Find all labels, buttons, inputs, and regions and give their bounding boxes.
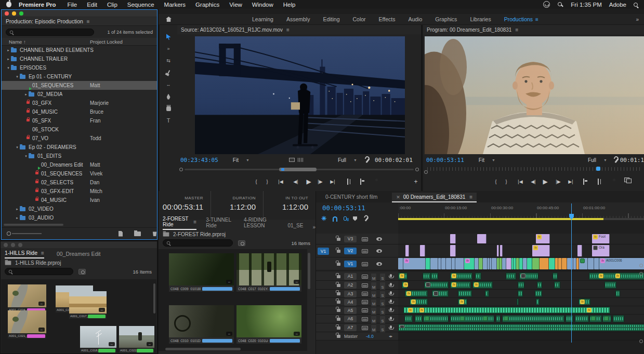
sync-lock-icon[interactable] bbox=[362, 326, 368, 330]
toggle-track-output-eye-icon[interactable] bbox=[376, 249, 382, 253]
tree-item-01-sequences[interactable]: 01_SEQUENCESMatt bbox=[2, 81, 157, 90]
tree-item-channel-trailer[interactable]: ▸CHANNEL TRAILER bbox=[2, 55, 157, 63]
track-lock-icon[interactable] bbox=[337, 309, 340, 312]
clip-thumbnail[interactable]: ↔A001_C018_01619T_001.mp4 bbox=[80, 326, 116, 353]
video-clip[interactable] bbox=[450, 234, 456, 243]
video-clip[interactable]: fx bbox=[403, 258, 426, 269]
tree-item-02-video[interactable]: ▸02_VIDEO bbox=[2, 205, 157, 213]
tree-item-00-dreamers-edit[interactable]: 00_Dreamers EditMatt bbox=[2, 160, 157, 169]
nest-sequences-icon[interactable]: ✳ bbox=[321, 215, 326, 222]
video-clip[interactable] bbox=[483, 258, 488, 269]
new-bin-button[interactable] bbox=[134, 232, 141, 236]
video-clip[interactable] bbox=[532, 258, 540, 269]
video-clip[interactable]: fx bbox=[536, 234, 550, 243]
program-zoom-select[interactable]: Fit▼ bbox=[479, 157, 495, 163]
video-clip[interactable] bbox=[594, 258, 599, 269]
in-point-marker[interactable] bbox=[281, 168, 284, 171]
audio-clip[interactable] bbox=[602, 315, 611, 322]
video-clip[interactable] bbox=[479, 258, 483, 269]
tree-item-03-gfx-edit[interactable]: 03_GFX-EDITMitch bbox=[2, 187, 157, 196]
creative-cloud-icon[interactable] bbox=[543, 1, 550, 8]
audio-clip[interactable] bbox=[432, 290, 449, 297]
spotlight-icon[interactable] bbox=[634, 3, 638, 7]
program-resolution-select[interactable]: Full▼ bbox=[588, 157, 607, 163]
label-color-chip[interactable] bbox=[270, 339, 300, 343]
overwrite-button[interactable] bbox=[358, 178, 364, 186]
audio-clip[interactable] bbox=[502, 315, 564, 322]
audio-clip[interactable] bbox=[518, 281, 524, 289]
audio-clip[interactable]: fx bbox=[402, 281, 408, 289]
audio-clip[interactable] bbox=[575, 315, 589, 322]
clip-thumbnail[interactable]: ↔C048_C010_0101DL_001.mp4 bbox=[169, 305, 234, 344]
track-target-a5[interactable]: A5 bbox=[344, 307, 357, 314]
sync-lock-icon[interactable] bbox=[362, 249, 368, 253]
video-clip[interactable] bbox=[502, 258, 506, 269]
audio-clip[interactable] bbox=[398, 324, 644, 331]
video-clip[interactable] bbox=[446, 258, 452, 269]
workspace-tab-color[interactable]: Color bbox=[353, 16, 366, 22]
source-video-frame[interactable] bbox=[195, 36, 405, 154]
scrollbar-handle[interactable] bbox=[639, 264, 643, 267]
audio-clip[interactable]: fx bbox=[450, 281, 471, 289]
chevron-down-icon[interactable]: ▾ bbox=[23, 154, 29, 158]
tree-item-06-stock[interactable]: 06_STOCK bbox=[2, 125, 157, 134]
sync-lock-icon[interactable] bbox=[362, 317, 368, 321]
project-tab-2-forest-ride[interactable]: 2-FOREST Ride≡ bbox=[163, 216, 196, 230]
chevron-down-icon[interactable]: ▾ bbox=[15, 145, 20, 149]
vertical-scrollbar[interactable] bbox=[153, 283, 155, 314]
lift-button[interactable] bbox=[581, 178, 587, 186]
hand-tool-icon[interactable] bbox=[164, 105, 173, 112]
track-header-a2[interactable]: A2MS bbox=[316, 281, 398, 290]
source-zoom-scrollbar[interactable] bbox=[177, 166, 421, 173]
video-clip[interactable] bbox=[430, 258, 438, 269]
linked-selection-icon[interactable] bbox=[344, 216, 347, 221]
workspace-tab-effects[interactable]: Effects bbox=[379, 16, 396, 22]
step-forward-button[interactable]: |▶ bbox=[555, 178, 561, 186]
video-clip[interactable] bbox=[549, 258, 555, 269]
mark-out-button[interactable]: } bbox=[503, 178, 509, 186]
voiceover-record-mic-icon[interactable] bbox=[390, 325, 392, 329]
tree-item-05-sfx[interactable]: 05_SFXFran bbox=[2, 116, 157, 125]
workspace-tab-assembly[interactable]: Assembly bbox=[286, 16, 310, 22]
column-name[interactable]: Name ↑ bbox=[9, 39, 26, 45]
production-search-input[interactable] bbox=[6, 29, 94, 36]
sync-lock-icon[interactable] bbox=[362, 262, 368, 266]
mark-in-button[interactable]: { bbox=[493, 178, 499, 186]
sync-lock-icon[interactable] bbox=[362, 237, 368, 241]
video-clip[interactable] bbox=[527, 258, 532, 269]
track-header-v3[interactable]: V3 bbox=[316, 234, 398, 244]
track-lock-icon[interactable] bbox=[337, 284, 340, 287]
video-clip[interactable] bbox=[588, 258, 594, 269]
track-select-forward-tool-icon[interactable]: » bbox=[164, 45, 173, 52]
audio-clip[interactable]: fx bbox=[579, 298, 590, 305]
voiceover-record-mic-icon[interactable] bbox=[390, 308, 392, 311]
audio-clip[interactable]: fx bbox=[410, 298, 428, 305]
label-color-chip[interactable] bbox=[137, 349, 153, 352]
label-color-chip[interactable] bbox=[202, 339, 232, 343]
track-target-v2[interactable]: V2 bbox=[344, 248, 357, 254]
track-target-v1[interactable]: V1 bbox=[344, 261, 357, 267]
audio-clip[interactable] bbox=[450, 315, 494, 322]
close-window-button[interactable] bbox=[5, 11, 9, 16]
track-target-a3[interactable]: A3 bbox=[344, 291, 357, 297]
apple-icon[interactable] bbox=[6, 2, 11, 7]
audio-clip[interactable]: fx bbox=[450, 273, 472, 280]
voiceover-record-mic-icon[interactable] bbox=[390, 317, 392, 320]
video-clip[interactable] bbox=[455, 258, 464, 269]
program-playhead-thumb[interactable] bbox=[596, 167, 600, 171]
forest-search-input[interactable] bbox=[163, 239, 233, 247]
close-tab-icon[interactable]: ✕ bbox=[396, 195, 400, 200]
project-tab-3-tunnel-ride[interactable]: 3-TUNNEL Ride bbox=[206, 217, 234, 230]
video-clip[interactable]: fx bbox=[464, 258, 475, 269]
track-target-a6[interactable]: A6 bbox=[344, 316, 357, 322]
tree-item-04-music[interactable]: 04_MUSICBruce bbox=[2, 107, 157, 116]
track-lock-icon[interactable] bbox=[337, 335, 340, 338]
track-target-a7[interactable]: A7 bbox=[344, 324, 357, 331]
audio-clip[interactable]: fx bbox=[398, 273, 408, 280]
track-header-v1[interactable]: V1 bbox=[316, 257, 398, 270]
voiceover-record-mic-icon[interactable] bbox=[390, 283, 392, 286]
audio-clip[interactable] bbox=[566, 315, 573, 322]
go-to-in-button[interactable]: |◀ bbox=[517, 178, 523, 186]
tree-item-03-audio[interactable]: ▸03_AUDIO bbox=[2, 213, 157, 222]
step-forward-button[interactable]: |▶ bbox=[317, 178, 323, 186]
